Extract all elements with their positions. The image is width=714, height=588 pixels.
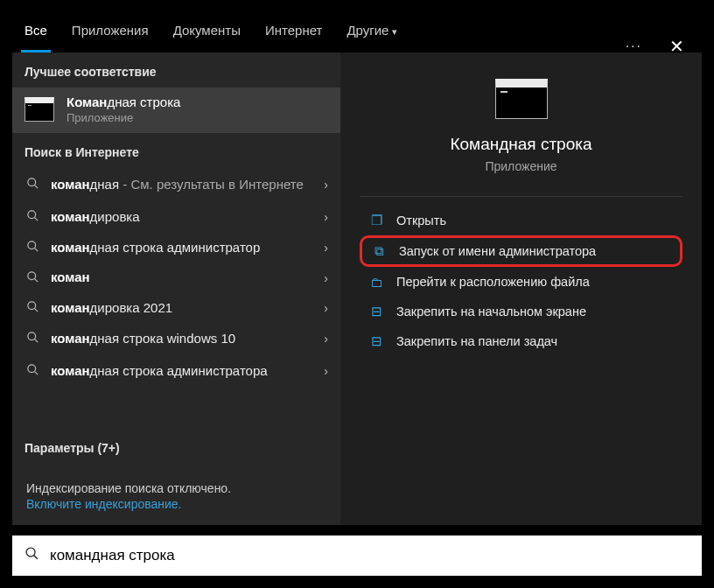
search-window: Все Приложения Документы Интернет Другие… (0, 0, 714, 588)
chevron-right-icon: › (324, 332, 328, 346)
web-result-text: командная строка администратора (51, 363, 328, 380)
detail-panel: Командная строка Приложение ❐ Открыть ⧉ … (340, 52, 702, 525)
web-result-text: командировка 2021 (51, 300, 328, 317)
results-panel: Лучшее соответствие Командная строка При… (12, 52, 340, 525)
best-match-title: Командная строка (66, 94, 180, 109)
svg-line-3 (34, 218, 38, 221)
chevron-right-icon: › (324, 271, 328, 285)
svg-line-13 (34, 371, 38, 374)
admin-icon: ⧉ (371, 243, 387, 259)
svg-point-2 (27, 211, 35, 219)
web-result-item[interactable]: командная - См. результаты в Интернете› (12, 168, 340, 202)
svg-point-4 (27, 242, 35, 249)
action-run-as-admin[interactable]: ⧉ Запуск от имени администратора (360, 235, 682, 267)
action-open-location[interactable]: 🗀 Перейти к расположению файла (360, 267, 682, 297)
action-label: Закрепить на начальном экране (396, 304, 586, 318)
best-match-subtitle: Приложение (66, 111, 180, 124)
chevron-right-icon: › (324, 178, 328, 192)
web-result-item[interactable]: командная строка windows 10› (12, 324, 340, 354)
svg-line-1 (34, 186, 38, 189)
svg-point-0 (27, 178, 35, 186)
chevron-right-icon: › (324, 210, 328, 224)
svg-point-14 (26, 548, 35, 556)
separator (360, 196, 682, 197)
svg-line-5 (34, 248, 38, 251)
open-icon: ❐ (368, 213, 384, 228)
pin-icon: ⊟ (368, 304, 384, 319)
svg-line-7 (34, 278, 38, 282)
search-icon (24, 546, 39, 565)
search-icon (24, 270, 40, 286)
section-header-web: Поиск в Интернете (12, 133, 340, 168)
tab-apps[interactable]: Приложения (60, 14, 161, 52)
search-icon (24, 300, 40, 316)
svg-point-10 (27, 332, 35, 340)
tab-documents[interactable]: Документы (161, 14, 253, 52)
cmd-icon (24, 97, 54, 122)
detail-title: Командная строка (450, 135, 592, 154)
web-result-text: коман (51, 270, 328, 286)
web-result-item[interactable]: командировка› (12, 202, 340, 233)
chevron-right-icon: › (324, 364, 328, 378)
search-icon (24, 363, 40, 379)
indexing-off-text: Индексирование поиска отключено. (26, 481, 326, 495)
action-open[interactable]: ❐ Открыть (360, 206, 682, 235)
action-label: Закрепить на панели задач (396, 334, 557, 348)
svg-point-12 (27, 365, 35, 373)
detail-subtitle: Приложение (485, 159, 556, 173)
web-result-item[interactable]: командировка 2021› (12, 293, 340, 324)
web-result-item[interactable]: командная строка администратора› (12, 354, 340, 388)
chevron-down-icon: ▾ (392, 26, 397, 37)
tab-bar: Все Приложения Документы Интернет Другие… (12, 14, 702, 52)
action-label: Перейти к расположению файла (396, 275, 590, 289)
search-icon (24, 240, 40, 256)
web-result-text: командная - См. результаты в Интернете (51, 177, 328, 193)
web-result-text: командировка (51, 209, 328, 226)
chevron-right-icon: › (324, 241, 328, 255)
action-pin-start[interactable]: ⊟ Закрепить на начальном экране (360, 297, 682, 326)
chevron-right-icon: › (324, 301, 328, 315)
web-result-item[interactable]: командная строка администратор› (12, 233, 340, 263)
section-header-best: Лучшее соответствие (12, 52, 340, 88)
action-pin-taskbar[interactable]: ⊟ Закрепить на панели задач (360, 326, 682, 356)
action-label: Запуск от имени администратора (399, 244, 596, 258)
search-icon (24, 209, 40, 225)
search-icon (24, 331, 40, 346)
svg-line-15 (34, 556, 38, 559)
web-result-text: командная строка windows 10 (51, 331, 328, 347)
cmd-icon (495, 79, 548, 119)
web-results-list: командная - См. результаты в Интернете›к… (12, 168, 340, 429)
tab-web[interactable]: Интернет (253, 14, 334, 52)
svg-point-6 (27, 272, 35, 280)
search-icon (24, 177, 40, 192)
folder-icon: 🗀 (368, 274, 384, 290)
pin-icon: ⊟ (368, 333, 384, 349)
search-input[interactable] (50, 547, 690, 564)
tab-all[interactable]: Все (12, 14, 60, 52)
svg-line-9 (34, 309, 38, 312)
tab-more[interactable]: Другие▾ (334, 14, 410, 52)
web-result-text: командная строка администратор (51, 240, 328, 256)
section-header-settings[interactable]: Параметры (7+) (12, 429, 340, 464)
indexing-notice: Индексирование поиска отключено. Включит… (12, 464, 340, 525)
web-result-item[interactable]: коман› (12, 262, 340, 293)
best-match-item[interactable]: Командная строка Приложение (12, 88, 340, 133)
svg-point-8 (27, 302, 35, 310)
search-bar[interactable] (12, 536, 702, 576)
svg-line-11 (34, 340, 38, 343)
action-label: Открыть (396, 214, 446, 228)
enable-indexing-link[interactable]: Включите индексирование. (26, 497, 326, 511)
